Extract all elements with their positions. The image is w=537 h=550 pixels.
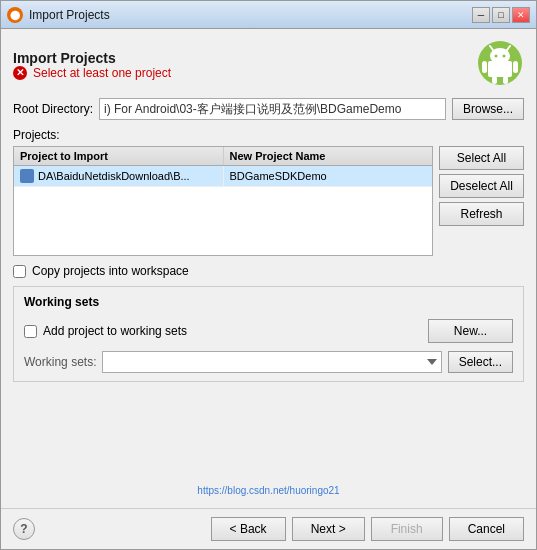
select-all-button[interactable]: Select All <box>439 146 524 170</box>
svg-point-5 <box>495 55 498 58</box>
error-icon: ✕ <box>13 66 27 80</box>
root-dir-label: Root Directory: <box>13 102 93 116</box>
col-newname: New Project Name <box>224 147 433 165</box>
project-icon <box>20 169 34 183</box>
td-newname: BDGameSDKDemo <box>224 167 433 185</box>
working-sets-section: Working sets Add project to working sets… <box>13 286 524 382</box>
close-button[interactable]: ✕ <box>512 7 530 23</box>
dialog-window: ⬤ Import Projects ─ □ ✕ Import Projects … <box>0 0 537 550</box>
new-ws-button[interactable]: New... <box>428 319 513 343</box>
side-buttons: Select All Deselect All Refresh <box>439 146 524 256</box>
finish-button[interactable]: Finish <box>371 517 443 541</box>
title-buttons: ─ □ ✕ <box>472 7 530 23</box>
ws-sets-label: Working sets: <box>24 355 96 369</box>
svg-point-6 <box>503 55 506 58</box>
android-logo <box>476 39 524 90</box>
copy-checkbox[interactable] <box>13 265 26 278</box>
root-dir-value: i) For Android\03-客户端接口说明及范例\BDGameDemo <box>99 98 446 120</box>
spacer <box>13 390 524 475</box>
dialog-title: Import Projects <box>13 50 171 66</box>
copy-checkbox-row: Copy projects into workspace <box>13 264 524 278</box>
root-dir-row: Root Directory: i) For Android\03-客户端接口说… <box>13 98 524 120</box>
dialog-content: Import Projects ✕ Select at least one pr… <box>1 29 536 508</box>
footer-left: ? <box>13 518 35 540</box>
col-import: Project to Import <box>14 147 224 165</box>
copy-label[interactable]: Copy projects into workspace <box>32 264 189 278</box>
cancel-button[interactable]: Cancel <box>449 517 524 541</box>
footer-buttons: < Back Next > Finish Cancel <box>211 517 524 541</box>
error-row: ✕ Select at least one project <box>13 66 171 80</box>
eclipse-icon: ⬤ <box>7 7 23 23</box>
header-left: Import Projects ✕ Select at least one pr… <box>13 50 171 80</box>
working-sets-dropdown[interactable] <box>102 351 441 373</box>
import-path: DA\BaiduNetdiskDownload\B... <box>38 170 190 182</box>
svg-rect-7 <box>482 61 487 73</box>
error-message: Select at least one project <box>33 66 171 80</box>
header-row: Import Projects ✕ Select at least one pr… <box>13 39 524 90</box>
title-bar-left: ⬤ Import Projects <box>7 7 110 23</box>
help-button[interactable]: ? <box>13 518 35 540</box>
svg-rect-10 <box>503 76 508 84</box>
ws-sets-row: Working sets: Select... <box>24 351 513 373</box>
refresh-button[interactable]: Refresh <box>439 202 524 226</box>
td-import: DA\BaiduNetdiskDownload\B... <box>14 166 224 186</box>
watermark: https://blog.csdn.net/huoringo21 <box>13 483 524 498</box>
working-sets-title: Working sets <box>24 295 513 309</box>
projects-table[interactable]: Project to Import New Project Name DA\Ba… <box>13 146 433 256</box>
add-to-ws-checkbox[interactable] <box>24 325 37 338</box>
svg-rect-9 <box>492 76 497 84</box>
footer: ? < Back Next > Finish Cancel <box>1 508 536 549</box>
ws-add-left: Add project to working sets <box>24 324 187 338</box>
add-to-ws-label[interactable]: Add project to working sets <box>43 324 187 338</box>
back-button[interactable]: < Back <box>211 517 286 541</box>
deselect-all-button[interactable]: Deselect All <box>439 174 524 198</box>
next-button[interactable]: Next > <box>292 517 365 541</box>
browse-button[interactable]: Browse... <box>452 98 524 120</box>
title-bar: ⬤ Import Projects ─ □ ✕ <box>1 1 536 29</box>
window-title: Import Projects <box>29 8 110 22</box>
select-ws-button[interactable]: Select... <box>448 351 513 373</box>
ws-add-row: Add project to working sets New... <box>24 319 513 343</box>
maximize-button[interactable]: □ <box>492 7 510 23</box>
table-header: Project to Import New Project Name <box>14 147 432 166</box>
projects-label: Projects: <box>13 128 524 142</box>
projects-area: Project to Import New Project Name DA\Ba… <box>13 146 524 256</box>
projects-section: Projects: Project to Import New Project … <box>13 128 524 256</box>
minimize-button[interactable]: ─ <box>472 7 490 23</box>
table-row[interactable]: DA\BaiduNetdiskDownload\B... BDGameSDKDe… <box>14 166 432 187</box>
svg-rect-8 <box>513 61 518 73</box>
